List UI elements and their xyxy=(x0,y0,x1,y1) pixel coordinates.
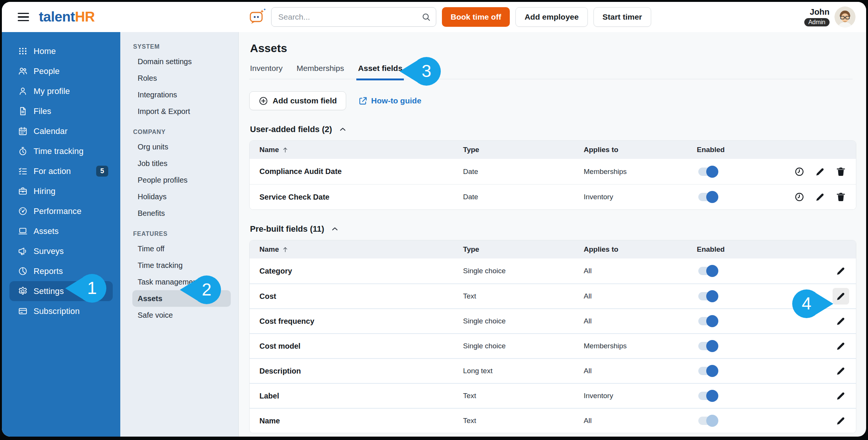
settings-nav-item-task-management[interactable]: Task management xyxy=(132,274,231,290)
sidebar-item-for-action[interactable]: For action5 xyxy=(9,161,113,181)
enabled-toggle[interactable] xyxy=(698,417,717,425)
avatar[interactable] xyxy=(834,6,856,28)
start-timer-button[interactable]: Start timer xyxy=(593,7,651,27)
edit-icon-button[interactable] xyxy=(836,266,846,276)
for-action-icon xyxy=(18,166,28,176)
settings-icon xyxy=(18,286,28,296)
settings-nav-item-org-units[interactable]: Org units xyxy=(132,138,231,155)
collapse-section-icon[interactable] xyxy=(331,225,339,233)
history-icon-button[interactable] xyxy=(794,192,805,202)
field-type-cell: Text xyxy=(463,392,584,400)
sidebar-item-performance[interactable]: Performance xyxy=(9,201,113,221)
field-type-cell: Single choice xyxy=(463,267,584,275)
column-header-name[interactable]: Name xyxy=(259,245,463,254)
history-icon-button[interactable] xyxy=(794,166,805,177)
settings-nav-item-holidays[interactable]: Holidays xyxy=(132,188,231,205)
settings-nav-item-import-export[interactable]: Import & Export xyxy=(132,103,231,120)
sidebar-item-home[interactable]: Home xyxy=(9,41,113,61)
toggle-knob xyxy=(706,340,718,352)
reports-icon xyxy=(18,266,28,276)
enabled-toggle[interactable] xyxy=(698,267,717,275)
edit-icon-button[interactable] xyxy=(815,192,825,202)
section-title: User-added fields (2) xyxy=(250,125,332,134)
applies-to-cell: Memberships xyxy=(584,168,697,176)
sidebar-item-assets[interactable]: Assets xyxy=(9,221,113,241)
edit-icon-button[interactable] xyxy=(833,288,849,305)
settings-nav: SYSTEMDomain settingsRolesIntegrationsIm… xyxy=(120,32,239,437)
enabled-toggle[interactable] xyxy=(698,342,717,350)
column-header-name[interactable]: Name xyxy=(259,146,463,154)
global-search xyxy=(271,7,436,27)
settings-nav-item-job-titles[interactable]: Job titles xyxy=(132,155,231,172)
applies-to-cell: All xyxy=(584,292,697,300)
sidebar-item-calendar[interactable]: Calendar xyxy=(9,121,113,141)
collapse-section-icon[interactable] xyxy=(339,125,347,134)
assistant-bot-icon[interactable] xyxy=(248,8,267,26)
sidebar-item-subscription[interactable]: Subscription xyxy=(9,301,113,321)
sidebar-item-files[interactable]: Files xyxy=(9,101,113,121)
settings-nav-item-integrations[interactable]: Integrations xyxy=(132,86,231,103)
nav-section-title-company: COMPANY xyxy=(133,129,231,135)
user-menu[interactable]: John Admin xyxy=(804,6,856,28)
assets-icon xyxy=(18,226,28,236)
edit-icon-button[interactable] xyxy=(836,316,846,326)
enabled-cell xyxy=(697,317,784,325)
enabled-cell xyxy=(697,168,784,176)
tab-bar: InventoryMembershipsAsset fields xyxy=(249,64,853,79)
sidebar-item-reports[interactable]: Reports xyxy=(9,261,113,281)
column-header-type: Type xyxy=(463,146,584,154)
edit-icon-button[interactable] xyxy=(815,166,825,177)
settings-nav-item-domain-settings[interactable]: Domain settings xyxy=(132,53,231,70)
tab-memberships[interactable]: Memberships xyxy=(296,64,344,73)
applies-to-cell: Memberships xyxy=(584,342,697,350)
enabled-toggle[interactable] xyxy=(698,317,717,325)
tab-asset-fields[interactable]: Asset fields xyxy=(358,64,402,73)
main-sidebar: HomePeopleMy profileFilesCalendarTime tr… xyxy=(2,32,120,437)
settings-nav-item-time-off[interactable]: Time off xyxy=(132,240,231,257)
settings-nav-item-time-tracking[interactable]: Time tracking xyxy=(132,257,231,274)
book-time-off-button[interactable]: Book time off xyxy=(442,7,510,27)
field-type-cell: Single choice xyxy=(463,317,584,325)
enabled-toggle[interactable] xyxy=(698,193,717,201)
settings-nav-item-assets[interactable]: Assets xyxy=(132,290,231,307)
field-name-cell: Category xyxy=(259,267,463,275)
talenthr-logo[interactable]: talentHR xyxy=(39,9,95,25)
field-type-cell: Text xyxy=(463,417,584,425)
edit-icon-button[interactable] xyxy=(836,415,846,426)
how-to-guide-link[interactable]: How-to guide xyxy=(358,96,421,106)
sidebar-item-settings[interactable]: Settings xyxy=(9,281,113,301)
nav-section-title-features: FEATURES xyxy=(133,231,231,237)
edit-icon-button[interactable] xyxy=(836,391,846,401)
field-name-cell: Name xyxy=(259,417,463,425)
add-custom-field-button[interactable]: Add custom field xyxy=(249,91,346,110)
hamburger-menu-icon[interactable] xyxy=(18,13,29,21)
sidebar-item-time-tracking[interactable]: Time tracking xyxy=(9,141,113,161)
settings-nav-item-roles[interactable]: Roles xyxy=(132,70,231,86)
main-content: Assets InventoryMembershipsAsset fields … xyxy=(239,32,866,437)
sidebar-item-label: My profile xyxy=(34,86,70,96)
tab-inventory[interactable]: Inventory xyxy=(250,64,282,73)
sidebar-item-my-profile[interactable]: My profile xyxy=(9,81,113,101)
settings-nav-item-safe-voice[interactable]: Safe voice xyxy=(132,307,231,323)
settings-nav-item-people-profiles[interactable]: People profiles xyxy=(132,172,231,188)
enabled-toggle[interactable] xyxy=(698,292,717,300)
toggle-knob xyxy=(706,390,718,402)
enabled-toggle[interactable] xyxy=(698,392,717,400)
row-actions xyxy=(784,341,846,351)
edit-icon-button[interactable] xyxy=(836,366,846,376)
edit-icon-button[interactable] xyxy=(836,341,846,351)
sidebar-item-hiring[interactable]: Hiring xyxy=(9,181,113,201)
delete-icon-button[interactable] xyxy=(836,192,846,202)
delete-icon-button[interactable] xyxy=(836,166,846,177)
enabled-toggle[interactable] xyxy=(698,168,717,176)
row-actions xyxy=(784,291,846,302)
add-employee-button[interactable]: Add employee xyxy=(515,7,588,27)
sidebar-item-people[interactable]: People xyxy=(9,61,113,81)
settings-nav-item-benefits[interactable]: Benefits xyxy=(132,205,231,222)
search-input[interactable] xyxy=(271,7,436,27)
table-header-row: NameTypeApplies toEnabled xyxy=(250,240,856,258)
enabled-toggle[interactable] xyxy=(698,367,717,375)
toggle-knob xyxy=(706,265,718,277)
sidebar-item-surveys[interactable]: Surveys xyxy=(9,241,113,261)
nav-section-title-system: SYSTEM xyxy=(133,43,231,50)
